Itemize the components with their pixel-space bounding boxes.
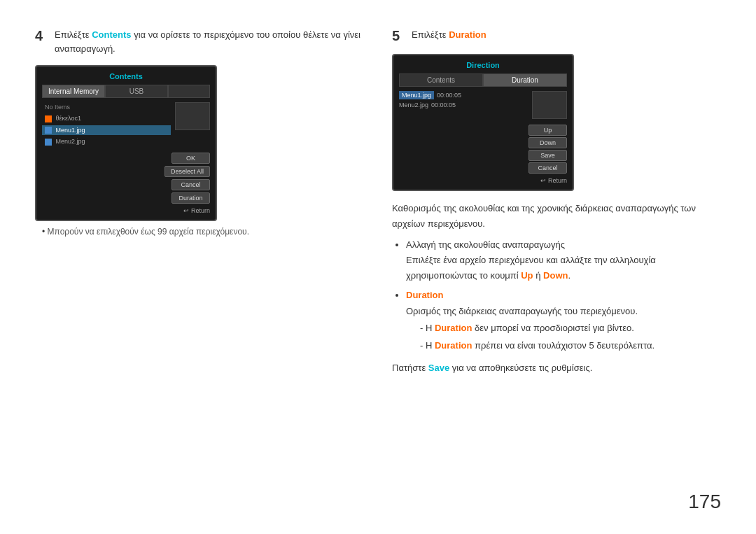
direction-row2: Menu2.jpg 00:00:05 [399, 101, 529, 108]
sub1-text: Η [426, 323, 435, 333]
sub2-rest: πρέπει να είναι τουλάχιστον 5 δευτερόλεπ… [472, 340, 654, 351]
image-icon [45, 127, 52, 134]
page-container: 4 Επιλέξτε Contents για να ορίσετε το πε… [0, 0, 756, 534]
cancel-button[interactable]: Cancel [172, 179, 210, 190]
page-number: 175 [688, 491, 721, 513]
save-text-part1: Πατήστε [392, 363, 428, 373]
return-icon: ↩ [183, 207, 189, 214]
sub-bullet1: Η Duration δεν μπορεί να προσδιοριστεί γ… [420, 321, 721, 336]
contents-area: No Items θέκελοc1 Menu1.jpg Menu2.jpg [42, 102, 210, 148]
folder-icon [45, 115, 52, 122]
contents-buttons: OK Deselect All Cancel Duration [42, 153, 210, 204]
two-column-layout: 4 Επιλέξτε Contents για να ορίσετε το πε… [35, 28, 721, 376]
step5-main-desc: Καθορισμός της ακολουθίας και της χρονικ… [392, 201, 721, 232]
left-column: 4 Επιλέξτε Contents για να ορίσετε το πε… [35, 28, 364, 376]
image-icon2 [45, 139, 52, 146]
direction-preview [532, 91, 567, 119]
direction-cancel-button[interactable]: Cancel [528, 162, 567, 174]
step5-text: Επιλέξτε Duration [412, 28, 486, 42]
contents-tab-usb[interactable]: USB [105, 85, 168, 98]
step5-description: Καθορισμός της ακολουθίας και της χρονικ… [392, 201, 721, 376]
direction-return: ↩ Return [399, 177, 567, 184]
bullet1: Αλλαγή της ακολουθίας αναπαραγωγής Επιλέ… [406, 237, 721, 283]
save-button[interactable]: Save [528, 150, 567, 161]
contents-item2-name: Menu1.jpg [56, 127, 85, 134]
contents-item3[interactable]: Menu2.jpg [42, 136, 171, 147]
contents-return: ↩ Return [42, 207, 210, 214]
direction-tab-contents[interactable]: Contents [399, 73, 483, 87]
sub2-text: Η [426, 340, 435, 351]
sub-bullet-list: Η Duration δεν μπορεί να προσδιοριστεί γ… [420, 321, 721, 353]
save-highlight: Save [428, 363, 449, 373]
direction-file1[interactable]: Menu1.jpg [399, 91, 434, 99]
direction-file2-label[interactable]: Menu2.jpg [399, 101, 428, 108]
direction-tab-duration[interactable]: Duration [483, 73, 567, 87]
step4-header: 4 Επιλέξτε Contents για να ορίσετε το πε… [35, 28, 364, 55]
no-items-item: No Items [42, 102, 171, 112]
bullet1-text3: . [568, 270, 570, 281]
contents-item3-name: Menu2.jpg [56, 138, 85, 145]
duration-button[interactable]: Duration [172, 192, 210, 204]
bullet1-title: Αλλαγή της ακολουθίας αναπαραγωγής [406, 239, 565, 250]
direction-row1: Menu1.jpg 00:00:05 [399, 91, 529, 99]
step4-text-part1: Επιλέξτε [55, 29, 92, 40]
sub2-highlight: Duration [435, 340, 472, 351]
direction-btn-group: Up Down Save Cancel [399, 125, 567, 174]
direction-screen: Direction Contents Duration Menu1.jpg 00… [392, 54, 574, 191]
direction-screen-title: Direction [399, 61, 567, 69]
bullet2: Duration Ορισμός της διάρκειας αναπαραγω… [406, 288, 721, 353]
down-button[interactable]: Down [528, 137, 567, 148]
step5-number: 5 [392, 28, 406, 44]
contents-item2[interactable]: Menu1.jpg [42, 125, 171, 136]
direction-content: Menu1.jpg 00:00:05 Menu2.jpg 00:00:05 [399, 91, 567, 119]
contents-screen-title: Contents [42, 72, 210, 80]
direction-buttons: Up Down Save Cancel [399, 122, 567, 174]
step4-note: Μπορούν να επιλεχθούν έως 99 αρχεία περι… [35, 227, 364, 237]
contents-screen: Contents Internal Memory USB No Items θέ… [35, 65, 217, 221]
step4-highlight1: Contents [92, 29, 131, 40]
save-text-part2: για να αποθηκεύσετε τις ρυθμίσεις. [449, 363, 592, 373]
direction-dur1: 00:00:05 [437, 92, 461, 99]
ok-button[interactable]: OK [172, 153, 210, 164]
direction-dur2: 00:00:05 [431, 101, 456, 108]
step5-highlight1: Duration [449, 29, 486, 40]
bullet1-text2: ή [533, 270, 543, 281]
step5-header: 5 Επιλέξτε Duration [392, 28, 721, 44]
step5-text-part1: Επιλέξτε [412, 29, 449, 40]
return-label: Return [191, 207, 210, 214]
deselect-all-button[interactable]: Deselect All [164, 166, 210, 177]
contents-list: No Items θέκελοc1 Menu1.jpg Menu2.jpg [42, 102, 171, 148]
contents-tab-internal[interactable]: Internal Memory [42, 85, 105, 98]
sub1-rest: δεν μπορεί να προσδιοριστεί για βίντεο. [472, 323, 634, 333]
save-instruction: Πατήστε Save για να αποθηκεύσετε τις ρυθ… [392, 360, 721, 376]
direction-return-icon: ↩ [540, 177, 546, 184]
contents-item1-name: θέκελοc1 [56, 115, 81, 122]
direction-return-label: Return [548, 177, 567, 184]
bullet1-down: Down [543, 270, 568, 281]
bullet1-up: Up [521, 270, 533, 281]
sub-bullet2: Η Duration πρέπει να είναι τουλάχιστον 5… [420, 338, 721, 353]
contents-tabs: Internal Memory USB [42, 85, 210, 98]
right-column: 5 Επιλέξτε Duration Direction Contents D… [392, 28, 721, 376]
sub1-highlight: Duration [435, 323, 472, 333]
bullet2-desc: Ορισμός της διάρκειας αναπαραγωγής του π… [406, 306, 638, 316]
contents-preview [175, 102, 210, 130]
contents-item1[interactable]: θέκελοc1 [42, 113, 171, 124]
step4-number: 4 [35, 28, 49, 44]
up-button[interactable]: Up [528, 125, 567, 136]
bullet2-title: Duration [406, 290, 443, 300]
direction-list: Menu1.jpg 00:00:05 Menu2.jpg 00:00:05 [399, 91, 529, 119]
step4-text: Επιλέξτε Contents για να ορίσετε το περι… [55, 28, 364, 55]
step5-bullet-list: Αλλαγή της ακολουθίας αναπαραγωγής Επιλέ… [406, 237, 721, 353]
direction-tabs: Contents Duration [399, 73, 567, 87]
